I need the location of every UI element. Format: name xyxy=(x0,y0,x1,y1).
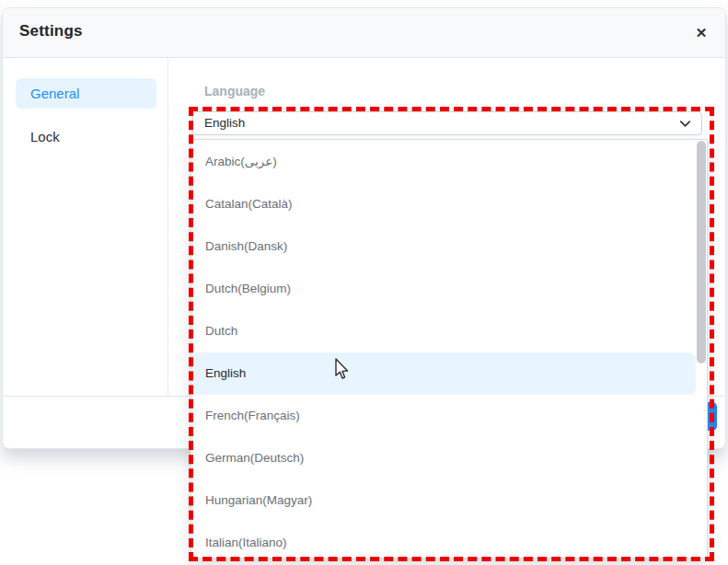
sidebar-item-general[interactable]: General xyxy=(16,78,156,109)
language-select-value: English xyxy=(204,112,245,134)
dropdown-option[interactable]: French(Français) xyxy=(191,395,707,437)
dropdown-option[interactable]: Dutch(Belgium) xyxy=(191,268,707,310)
dropdown-option[interactable]: Catalan(Català) xyxy=(191,183,707,225)
dropdown-option-selected[interactable]: English xyxy=(191,352,696,395)
close-icon[interactable]: ✕ xyxy=(691,23,711,43)
dropdown-option[interactable]: Hungarian(Magyar) xyxy=(191,479,707,522)
dropdown-option[interactable]: Danish(Dansk) xyxy=(191,225,707,268)
sidebar-item-lock[interactable]: Lock xyxy=(16,121,156,152)
sidebar-item-label: General xyxy=(30,86,79,101)
dropdown-option[interactable]: Arabic(عربى) xyxy=(191,141,707,183)
chevron-down-icon xyxy=(678,117,692,131)
language-label: Language xyxy=(204,84,265,98)
dropdown-option[interactable]: Dutch xyxy=(191,310,707,352)
dialog-header: Settings ✕ xyxy=(3,8,725,58)
sidebar: General Lock xyxy=(3,58,168,397)
dialog-title: Settings xyxy=(19,22,83,40)
screen: Settings ✕ General Lock Language English… xyxy=(0,0,728,565)
language-select[interactable]: English xyxy=(192,111,702,135)
dropdown-option[interactable]: Italian(Italiano) xyxy=(191,522,707,559)
sidebar-item-label: Lock xyxy=(30,129,60,144)
dropdown-scrollbar-thumb[interactable] xyxy=(697,141,706,363)
language-dropdown-panel: Arabic(عربى) Catalan(Català) Danish(Dans… xyxy=(191,139,708,559)
dropdown-option[interactable]: German(Deutsch) xyxy=(191,437,707,479)
